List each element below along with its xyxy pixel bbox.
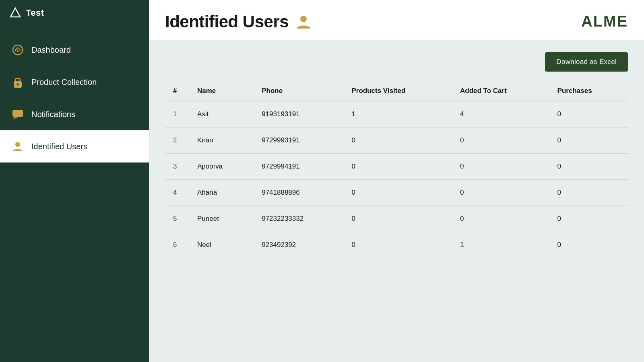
- cell-phone: 9741888896: [254, 180, 343, 206]
- cell-num: 5: [165, 206, 189, 232]
- title-row: Identified Users: [165, 12, 312, 31]
- main-content: Identified Users ALME Download as Excel …: [149, 0, 644, 362]
- cell-phone: 97232233332: [254, 206, 343, 232]
- sidebar-item-dashboard[interactable]: Dashboard: [0, 34, 149, 66]
- cell-products-visited: 0: [343, 232, 452, 258]
- sidebar-item-product-collection[interactable]: Product Collection: [0, 66, 149, 98]
- cell-num: 6: [165, 232, 189, 258]
- table-row: 4 Ahana 9741888896 0 0 0: [165, 180, 628, 206]
- cell-purchases: 0: [549, 232, 628, 258]
- download-excel-button[interactable]: Download as Excel: [545, 52, 628, 72]
- logo-icon: [10, 7, 21, 19]
- sidebar-item-notifications[interactable]: Notifications: [0, 98, 149, 130]
- cell-phone: 9193193191: [254, 101, 343, 128]
- svg-marker-7: [13, 117, 18, 119]
- cell-purchases: 0: [549, 101, 628, 128]
- col-header-num: #: [165, 81, 189, 101]
- cell-added-to-cart: 1: [452, 232, 549, 258]
- cell-added-to-cart: 4: [452, 101, 549, 128]
- sidebar-item-label-identified-users: Identified Users: [31, 142, 87, 151]
- page-title-icon: [295, 13, 312, 30]
- cell-num: 1: [165, 101, 189, 128]
- brand-logo: ALME: [581, 13, 628, 30]
- dashboard-icon: [11, 43, 24, 56]
- table-header-row: # Name Phone Products Visited Added To C…: [165, 81, 628, 101]
- table-row: 3 Apoorva 9729994191 0 0 0: [165, 154, 628, 180]
- svg-line-3: [17, 49, 18, 50]
- cell-products-visited: 1: [343, 101, 452, 128]
- cell-name: Neel: [189, 232, 254, 258]
- content-area: Download as Excel # Name Phone Products …: [149, 40, 644, 362]
- col-header-products-visited: Products Visited: [343, 81, 452, 101]
- table-row: 2 Kiran 9729993191 0 0 0: [165, 128, 628, 154]
- cell-purchases: 0: [549, 154, 628, 180]
- col-header-phone: Phone: [254, 81, 343, 101]
- sidebar-header: Test: [0, 0, 149, 26]
- sidebar-item-label-notifications: Notifications: [31, 110, 75, 119]
- page-title: Identified Users: [165, 12, 289, 31]
- table-row: 1 Asit 9193193191 1 4 0: [165, 101, 628, 128]
- cell-purchases: 0: [549, 180, 628, 206]
- svg-rect-6: [12, 110, 23, 117]
- col-header-name: Name: [189, 81, 254, 101]
- cell-added-to-cart: 0: [452, 206, 549, 232]
- cell-name: Puneet: [189, 206, 254, 232]
- svg-point-8: [15, 142, 20, 147]
- chat-icon: [11, 108, 24, 121]
- sidebar: Test Dashboard: [0, 0, 149, 362]
- table-container: # Name Phone Products Visited Added To C…: [165, 81, 628, 258]
- main-header: Identified Users ALME: [149, 0, 644, 40]
- cell-products-visited: 0: [343, 206, 452, 232]
- table-row: 6 Neel 923492392 0 1 0: [165, 232, 628, 258]
- cell-purchases: 0: [549, 128, 628, 154]
- svg-marker-0: [10, 8, 20, 17]
- svg-point-2: [17, 50, 19, 52]
- cell-name: Kiran: [189, 128, 254, 154]
- sidebar-item-label-dashboard: Dashboard: [31, 45, 71, 55]
- sidebar-nav: Dashboard Product Collection Notifica: [0, 34, 149, 162]
- cell-name: Apoorva: [189, 154, 254, 180]
- cell-phone: 923492392: [254, 232, 343, 258]
- sidebar-item-identified-users[interactable]: Identified Users: [0, 130, 149, 162]
- user-icon: [11, 140, 24, 153]
- table-body: 1 Asit 9193193191 1 4 0 2 Kiran 97299931…: [165, 101, 628, 258]
- col-header-purchases: Purchases: [549, 81, 628, 101]
- app-title: Test: [26, 8, 44, 18]
- lock-icon: [11, 76, 24, 88]
- cell-phone: 9729994191: [254, 154, 343, 180]
- cell-num: 2: [165, 128, 189, 154]
- cell-added-to-cart: 0: [452, 128, 549, 154]
- users-table: # Name Phone Products Visited Added To C…: [165, 81, 628, 258]
- svg-point-9: [300, 16, 307, 22]
- sidebar-item-label-product-collection: Product Collection: [31, 78, 97, 87]
- cell-purchases: 0: [549, 206, 628, 232]
- cell-name: Asit: [189, 101, 254, 128]
- table-row: 5 Puneet 97232233332 0 0 0: [165, 206, 628, 232]
- svg-point-5: [17, 84, 19, 86]
- cell-name: Ahana: [189, 180, 254, 206]
- cell-num: 4: [165, 180, 189, 206]
- toolbar: Download as Excel: [165, 52, 628, 72]
- cell-added-to-cart: 0: [452, 180, 549, 206]
- cell-products-visited: 0: [343, 180, 452, 206]
- table-header: # Name Phone Products Visited Added To C…: [165, 81, 628, 101]
- col-header-added-to-cart: Added To Cart: [452, 81, 549, 101]
- cell-num: 3: [165, 154, 189, 180]
- cell-added-to-cart: 0: [452, 154, 549, 180]
- cell-products-visited: 0: [343, 128, 452, 154]
- cell-phone: 9729993191: [254, 128, 343, 154]
- cell-products-visited: 0: [343, 154, 452, 180]
